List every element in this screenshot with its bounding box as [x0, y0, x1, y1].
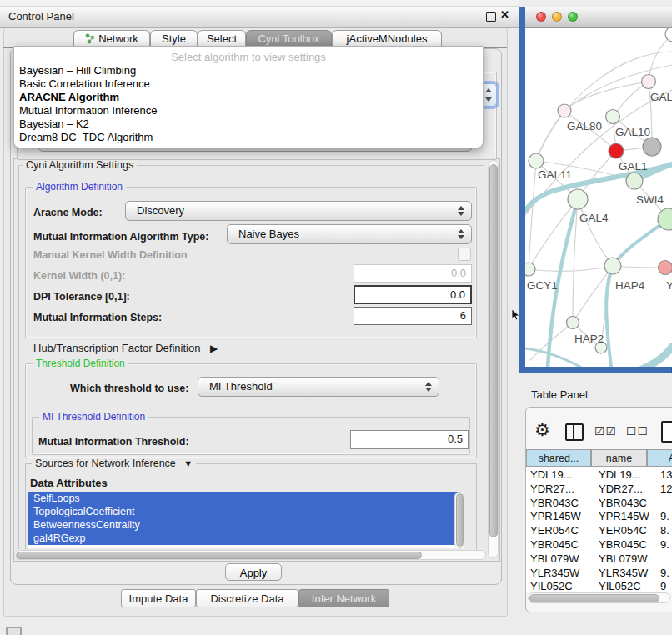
table-row[interactable]: YDL19...YDL19...13 — [526, 468, 672, 482]
algorithm-option[interactable]: Dream8 DC_TDC Algorithm — [19, 131, 153, 144]
dpi-tolerance-field[interactable]: 0.0 — [354, 285, 472, 304]
tab-style[interactable]: Style — [150, 30, 198, 47]
checked-pair-icon[interactable]: ☑☑ — [594, 424, 617, 438]
table-row[interactable]: YBR043CYBR043C — [526, 496, 672, 510]
column-header-shared[interactable]: shared... — [526, 449, 591, 467]
node-label-gal: GAL — [650, 91, 672, 103]
tab-network[interactable]: Network — [73, 30, 150, 47]
algorithm-dropdown-popup: Select algorithm to view settings Bayesi… — [13, 46, 484, 148]
tab-label: jActiveMNodules — [347, 32, 428, 45]
table-cell: YLR345W — [599, 566, 648, 580]
network-node[interactable] — [529, 153, 544, 168]
algorithm-option[interactable]: Basic Correlation Inference — [19, 78, 150, 91]
sources-group-title[interactable]: Sources for Network Inference ▼ — [32, 458, 196, 469]
minimize-traffic-light[interactable] — [552, 12, 562, 22]
stepper-down-icon — [425, 388, 432, 392]
network-edge[interactable] — [640, 347, 672, 367]
algorithm-option[interactable]: ARACNE Algorithm — [19, 91, 119, 104]
attribute-item[interactable]: gal4RGexp — [28, 532, 458, 545]
settings-vscrollbar[interactable] — [488, 160, 499, 558]
network-node[interactable] — [609, 143, 624, 158]
table-cell: YLR345W — [530, 566, 579, 580]
node-label-gal1: GAL1 — [619, 160, 648, 172]
table-row[interactable]: YPR145WYPR145W9. — [526, 509, 672, 523]
network-edge[interactable] — [529, 161, 536, 269]
close-traffic-light[interactable] — [536, 12, 546, 22]
network-edge[interactable] — [649, 35, 672, 82]
table-row[interactable]: YBL079WYBL079W — [526, 552, 672, 566]
algorithm-option[interactable]: Bayesian – Hill Climbing — [19, 64, 136, 78]
split-table-icon[interactable] — [565, 423, 584, 441]
network-node[interactable] — [525, 262, 535, 276]
network-graph[interactable]: GALGAL80GAL10GAL1GAL11SWI4GAL4GCY1HAP4YH… — [525, 28, 672, 367]
network-node[interactable] — [567, 317, 579, 329]
network-node[interactable] — [643, 138, 661, 156]
kernel-width-field[interactable]: 0.0 — [354, 264, 472, 282]
table-cell: 8. — [660, 523, 669, 538]
network-node[interactable] — [665, 28, 672, 42]
hub-definition-toggle[interactable]: Hub/Transcription Factor Definition ▶ — [33, 342, 218, 354]
manual-kernel-checkbox[interactable] — [458, 248, 471, 261]
network-node[interactable] — [606, 110, 620, 124]
network-node[interactable] — [659, 261, 672, 275]
settings-hscrollbar[interactable] — [14, 550, 486, 560]
attribute-item[interactable]: SelfLoops — [28, 492, 458, 505]
node-label-hap4: HAP4 — [615, 279, 645, 292]
mi-type-combo[interactable]: Naive Bayes — [227, 224, 472, 244]
network-node[interactable] — [626, 172, 643, 189]
network-edge[interactable] — [606, 219, 669, 367]
table-row[interactable]: YLR345WYLR345W9. — [526, 566, 672, 580]
column-header-name[interactable]: name — [591, 449, 647, 467]
collapsed-arrow-icon: ▶ — [210, 342, 218, 354]
bottom-tab-discretize-data[interactable]: Discretize Data — [196, 589, 298, 608]
algorithm-option[interactable]: Bayesian – K2 — [19, 118, 89, 131]
network-edge[interactable] — [564, 82, 649, 111]
table-cell: YIL052C — [530, 579, 573, 592]
table-cell: YBL079W — [530, 552, 579, 566]
float-window-icon[interactable] — [486, 12, 496, 22]
settings-vscrollbar-thumb[interactable] — [489, 164, 498, 538]
gear-icon[interactable]: ⚙ — [534, 420, 550, 440]
stepper-up-icon — [485, 88, 492, 92]
table-hscrollbar-thumb[interactable] — [529, 594, 659, 602]
mi-steps-field[interactable]: 6 — [354, 307, 472, 325]
table-row[interactable]: YDR27...YDR27...12 — [526, 482, 672, 496]
network-node[interactable] — [604, 258, 621, 274]
aracne-mode-combo[interactable]: Discovery — [125, 201, 472, 221]
mi-threshold-field[interactable]: 0.5 — [350, 430, 469, 449]
tab-jactivemnodules[interactable]: jActiveMNodules — [332, 30, 442, 47]
network-edge[interactable] — [578, 199, 613, 266]
tab-label: Style — [162, 32, 186, 45]
network-node[interactable] — [642, 75, 656, 89]
data-attributes-label: Data Attributes — [30, 477, 108, 489]
node-label-swi4: SWI4 — [636, 193, 664, 206]
minimized-panel-icon[interactable] — [6, 627, 22, 635]
close-window-icon[interactable]: ✕ — [500, 8, 509, 21]
apply-button[interactable]: Apply — [225, 563, 282, 581]
column-header-a[interactable]: A — [647, 449, 672, 467]
table-hscrollbar[interactable] — [528, 592, 670, 603]
settings-hscrollbar-thumb[interactable] — [16, 552, 422, 559]
document-icon[interactable] — [661, 421, 672, 442]
network-edge[interactable] — [525, 348, 580, 367]
network-node[interactable] — [558, 104, 571, 118]
table-row[interactable]: YER054CYER054C8. — [526, 523, 672, 538]
tab-select[interactable]: Select — [198, 30, 246, 47]
attribute-item[interactable]: BetweennessCentrality — [28, 518, 458, 532]
tab-cyni-toolbox[interactable]: Cyni Toolbox — [246, 30, 332, 47]
tab-label: Network — [98, 32, 138, 45]
table-row[interactable]: YBR045CYBR045C9. — [526, 538, 672, 552]
list-scrollbar[interactable] — [454, 492, 464, 548]
table-row[interactable]: YIL052CYIL052C9 — [526, 579, 672, 592]
list-scrollbar-thumb[interactable] — [456, 493, 464, 547]
bottom-tab-impute-data[interactable]: Impute Data — [121, 589, 196, 608]
algorithm-option[interactable]: Mutual Information Inference — [19, 104, 157, 118]
network-node[interactable] — [568, 189, 588, 209]
attribute-item[interactable]: TopologicalCoefficient — [28, 505, 458, 518]
bottom-tab-infer-network[interactable]: Infer Network — [298, 589, 389, 608]
data-attributes-list[interactable]: SelfLoopsTopologicalCoefficientBetweenne… — [28, 492, 464, 548]
which-threshold-combo[interactable]: MI Threshold — [198, 377, 439, 397]
zoom-traffic-light[interactable] — [568, 12, 578, 22]
network-edge[interactable] — [529, 266, 613, 271]
unchecked-pair-icon[interactable]: ☐☐ — [626, 424, 649, 438]
